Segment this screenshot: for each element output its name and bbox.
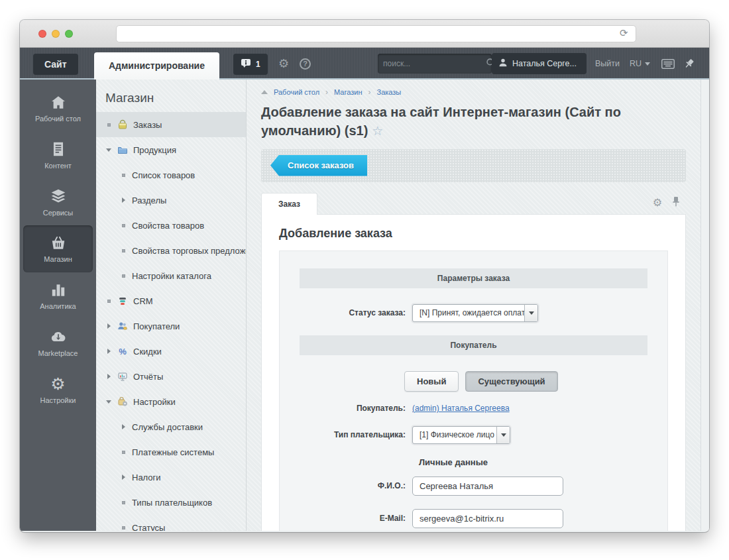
breadcrumb-desktop[interactable]: Рабочий стол xyxy=(274,88,319,96)
menu-item-customers[interactable]: Покупатели xyxy=(96,313,246,339)
language-switcher[interactable]: RU xyxy=(630,48,650,80)
fio-input[interactable] xyxy=(412,476,563,496)
menu-item-catalog-settings[interactable]: Настройки каталога xyxy=(96,263,246,288)
breadcrumb-up-icon[interactable] xyxy=(261,90,268,94)
search-input[interactable] xyxy=(383,59,486,68)
menu-item-label: Скидки xyxy=(133,347,162,357)
menu-item-discounts[interactable]: % Скидки xyxy=(96,339,246,364)
menu-item-orders[interactable]: Заказы xyxy=(96,112,246,137)
menu-item-label: Заказы xyxy=(133,120,162,130)
help-icon[interactable]: ? xyxy=(300,48,311,80)
user-icon xyxy=(498,58,508,70)
layers-icon xyxy=(26,188,90,205)
buyer-label: Покупатель: xyxy=(300,404,412,413)
menu-item-product-list[interactable]: Список товаров xyxy=(96,162,246,188)
logout-link[interactable]: Выйти xyxy=(595,48,620,80)
close-window-button[interactable] xyxy=(38,30,46,38)
menu-item-offer-properties[interactable]: Свойства торговых предложен xyxy=(96,238,246,263)
order-list-button[interactable]: Список заказов xyxy=(270,155,367,176)
rail-item-analytics[interactable]: Аналитика xyxy=(23,272,93,319)
select-arrow-icon[interactable] xyxy=(524,305,537,321)
zoom-window-button[interactable] xyxy=(65,30,73,38)
tab-administration[interactable]: Администрирование xyxy=(94,52,219,80)
percent-icon: % xyxy=(117,346,128,357)
breadcrumb: Рабочий стол Магазин Заказы xyxy=(261,87,686,97)
breadcrumb-shop[interactable]: Магазин xyxy=(334,88,362,96)
payer-type-value: [1] Физическое лицо xyxy=(413,427,496,443)
crm-icon xyxy=(117,296,128,306)
payer-type-select[interactable]: [1] Физическое лицо xyxy=(412,426,510,444)
cloud-download-icon xyxy=(26,328,90,346)
menu-item-products[interactable]: Продукция xyxy=(96,137,246,162)
fio-row: Ф.И.О.: xyxy=(300,476,647,496)
payer-type-row: Тип плательщика: [1] Физическое лицо xyxy=(300,426,647,444)
rail-item-marketplace[interactable]: Marketplace xyxy=(23,319,93,366)
bullet-marker xyxy=(120,526,127,530)
rail-item-label: Настройки xyxy=(34,396,82,406)
document-icon xyxy=(26,140,90,158)
buyer-link[interactable]: (admin) Наталья Сергеева xyxy=(412,404,510,413)
notification-bubble-icon xyxy=(241,58,251,70)
orders-bag-icon xyxy=(117,119,128,130)
bullet-marker xyxy=(120,451,127,454)
menu-item-shop-settings[interactable]: Настройки xyxy=(96,389,246,414)
menu-item-payer-types[interactable]: Типы плательщиков xyxy=(96,490,246,515)
tab-settings-gear-icon[interactable]: ⚙ xyxy=(653,196,662,209)
menu-item-taxes[interactable]: Налоги xyxy=(96,465,246,490)
menu-item-label: Разделы xyxy=(132,196,166,205)
bullet-marker xyxy=(105,123,112,127)
collapsed-marker xyxy=(120,475,127,480)
menu-item-product-properties[interactable]: Свойства товаров xyxy=(96,213,246,238)
email-label: E-Mail: xyxy=(300,514,412,523)
order-status-select[interactable]: [N] Принят, ожидается оплата xyxy=(412,304,538,322)
user-menu-button[interactable]: Наталья Серге... xyxy=(492,53,587,74)
existing-buyer-button[interactable]: Существующий xyxy=(465,371,557,392)
shop-menu-sidebar: Магазин Заказы Продукция Список товаров xyxy=(96,80,247,531)
select-arrow-icon[interactable] xyxy=(496,427,510,443)
order-status-value: [N] Принят, ожидается оплата xyxy=(413,305,524,321)
bar-chart-icon xyxy=(26,281,90,299)
settings-bag-icon xyxy=(117,396,128,407)
rail-item-shop[interactable]: Магазин xyxy=(23,225,93,272)
menu-item-payment-systems[interactable]: Платежные системы xyxy=(96,439,246,465)
menu-item-reports[interactable]: Отчёты xyxy=(96,364,246,389)
menu-item-delivery-services[interactable]: Службы доставки xyxy=(96,414,246,439)
rail-item-label: Аналитика xyxy=(34,302,82,311)
email-input[interactable] xyxy=(412,509,563,528)
tab-order[interactable]: Заказ xyxy=(261,193,317,215)
rail-item-services[interactable]: Сервисы xyxy=(23,179,93,226)
scrollbar-track[interactable] xyxy=(701,80,709,531)
rail-item-label: Рабочий стол xyxy=(34,115,82,124)
rail-item-label: Контент xyxy=(34,162,82,171)
tab-row: Заказ ⚙ xyxy=(261,191,686,214)
settings-gear-icon[interactable]: ⚙ xyxy=(278,48,289,80)
collapsed-marker xyxy=(105,323,112,329)
rail-item-desktop[interactable]: Рабочий стол xyxy=(23,85,93,132)
collapsed-marker xyxy=(105,374,112,379)
new-buyer-button[interactable]: Новый xyxy=(404,371,459,392)
minimize-window-button[interactable] xyxy=(52,30,60,38)
notifications-button[interactable]: 1 xyxy=(233,54,268,75)
menu-item-label: Свойства товаров xyxy=(132,221,204,231)
rail-item-content[interactable]: Контент xyxy=(23,132,93,179)
pin-panel-icon[interactable] xyxy=(684,48,695,80)
menu-item-sections[interactable]: Разделы xyxy=(96,188,246,213)
hotkeys-panel-icon[interactable] xyxy=(661,48,675,80)
menu-item-statuses[interactable]: Статусы xyxy=(96,515,246,531)
breadcrumb-orders[interactable]: Заказы xyxy=(377,88,402,96)
favorite-star-icon[interactable]: ☆ xyxy=(372,124,383,138)
context-toolbar: Список заказов xyxy=(261,149,686,182)
menu-item-label: CRM xyxy=(133,296,153,306)
address-bar[interactable] xyxy=(116,25,636,42)
rail-item-settings[interactable]: ⚙ Настройки xyxy=(23,366,93,414)
collapsed-marker xyxy=(105,349,112,354)
bullet-marker xyxy=(105,300,112,303)
collapsed-marker xyxy=(120,424,127,429)
main-content: Рабочий стол Магазин Заказы Добавление з… xyxy=(247,80,709,531)
gear-icon: ⚙ xyxy=(26,375,90,393)
tab-pin-icon[interactable] xyxy=(671,196,681,209)
menu-item-crm[interactable]: CRM xyxy=(96,288,246,313)
menu-item-label: Налоги xyxy=(132,473,161,482)
tab-site[interactable]: Сайт xyxy=(33,54,78,75)
reload-icon[interactable]: ⟳ xyxy=(620,27,628,39)
